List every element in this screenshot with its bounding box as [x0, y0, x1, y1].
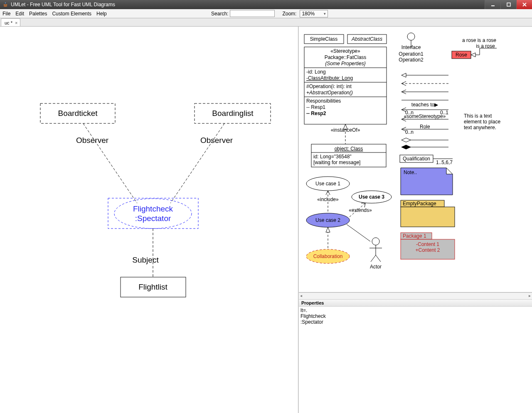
- tabs-row: uc * ×: [0, 18, 532, 27]
- svg-text:EmptyPackage: EmptyPackage: [403, 201, 436, 206]
- boardticket-label: Boardticket: [58, 109, 98, 118]
- palette-scrollbar-h[interactable]: [299, 293, 532, 299]
- svg-text:Use case 3: Use case 3: [359, 194, 384, 200]
- flightcheck-line1: Flightcheck: [133, 204, 173, 213]
- svg-text:-- Resp2: -- Resp2: [306, 111, 326, 116]
- menu-file[interactable]: File: [0, 11, 13, 17]
- flightcheck-line2: :Spectator: [135, 214, 171, 223]
- svg-text:«extends»: «extends»: [349, 207, 372, 213]
- svg-text:Qualification: Qualification: [403, 156, 430, 162]
- java-icon: [2, 1, 9, 8]
- svg-text:-ClassAttribute: Long: -ClassAttribute: Long: [306, 75, 353, 81]
- svg-text:#Operation(i: int): int: #Operation(i: int): int: [306, 84, 352, 89]
- flightlist-label: Flightlist: [138, 283, 167, 291]
- subject-label: Subject: [132, 256, 159, 264]
- svg-marker-70: [326, 227, 330, 232]
- properties-textarea[interactable]: [299, 307, 532, 413]
- boardinglist-label: Boardinglist: [212, 109, 254, 118]
- svg-text:«someStereotype»: «someStereotype»: [404, 113, 446, 119]
- tab-uc[interactable]: uc * ×: [1, 18, 20, 26]
- svg-point-73: [372, 238, 379, 245]
- connector-boardinglist-flightcheck[interactable]: [170, 123, 224, 203]
- menu-custom-elements[interactable]: Custom Elements: [49, 11, 94, 17]
- svg-text:object: Class: object: Class: [335, 146, 363, 152]
- svg-text:Operation1: Operation1: [399, 51, 424, 57]
- svg-text:Operation2: Operation2: [399, 57, 424, 63]
- properties-header: Properties: [299, 299, 532, 307]
- search-label: Search:: [211, 11, 228, 17]
- minimize-button[interactable]: [485, 0, 500, 9]
- title-bar: UMLet - Free UML Tool for Fast UML Diagr…: [0, 0, 532, 9]
- element-flightcheck-box[interactable]: [108, 198, 198, 229]
- svg-text:Use case 2: Use case 2: [315, 217, 340, 223]
- svg-text:Collaboration: Collaboration: [313, 253, 343, 259]
- connector-boardticket-flightcheck[interactable]: [83, 123, 137, 203]
- palette-actor[interactable]: [369, 238, 382, 262]
- svg-text:Package 1: Package 1: [403, 233, 426, 239]
- svg-line-77: [376, 255, 381, 262]
- palette-arrows[interactable]: teaches to▶ 0..n 0..1 «someStereotype» 0…: [401, 73, 448, 149]
- svg-text:Interface: Interface: [401, 44, 421, 50]
- close-button[interactable]: [516, 0, 532, 9]
- svg-text:0..n: 0..n: [405, 129, 414, 135]
- svg-text:Package::FatClass: Package::FatClass: [325, 54, 367, 60]
- svg-marker-42: [401, 138, 411, 142]
- zoom-label: Zoom:: [282, 11, 296, 17]
- svg-text:AbstractClass: AbstractClass: [351, 36, 382, 42]
- svg-text:Responsibilities: Responsibilities: [306, 98, 341, 104]
- svg-marker-28: [401, 73, 406, 77]
- palette-panel[interactable]: SimpleClass AbstractClass Interface Oper…: [299, 27, 532, 293]
- svg-text:a rose is a rose: a rose is a rose: [462, 37, 496, 43]
- menu-palettes[interactable]: Palettes: [27, 11, 49, 17]
- svg-line-72: [347, 224, 370, 241]
- palette-interface-icon[interactable]: [407, 33, 415, 40]
- svg-text:Use case 1: Use case 1: [315, 181, 340, 187]
- search-input[interactable]: [230, 10, 275, 17]
- svg-text:1..5,6,7: 1..5,6,7: [436, 160, 453, 165]
- svg-text:-- Resp1: -- Resp1: [306, 104, 325, 110]
- svg-text:-id: Long: -id: Long: [306, 69, 326, 75]
- svg-marker-44: [401, 145, 411, 149]
- svg-text:«include»: «include»: [317, 197, 339, 202]
- menu-bar: File Edit Palettes Custom Elements Help …: [0, 9, 532, 18]
- palette-emptypackage[interactable]: [401, 207, 455, 227]
- observer-label-1: Observer: [76, 136, 109, 145]
- observer-label-2: Observer: [200, 136, 233, 145]
- svg-text:+Content 2: +Content 2: [415, 247, 440, 253]
- svg-text:«instanceOf»: «instanceOf»: [331, 127, 360, 133]
- menu-help[interactable]: Help: [94, 11, 109, 17]
- svg-text:SimpleClass: SimpleClass: [310, 36, 338, 42]
- tab-close-icon[interactable]: ×: [15, 20, 17, 25]
- svg-line-76: [371, 255, 376, 262]
- svg-text:Role: Role: [420, 124, 430, 130]
- svg-rect-1: [507, 3, 510, 6]
- zoom-value: 180%: [302, 11, 315, 17]
- palette-text-element[interactable]: This is a text element to place text any…: [464, 113, 503, 130]
- svg-text:{Some Properties}: {Some Properties}: [325, 61, 365, 66]
- maximize-button[interactable]: [500, 0, 516, 9]
- diagram-canvas[interactable]: Boardticket Boardinglist Observer Observ…: [0, 27, 298, 413]
- tab-label: uc *: [5, 20, 12, 25]
- svg-text:+AbstractOperation(): +AbstractOperation(): [306, 90, 353, 96]
- svg-text:-Content 1: -Content 1: [416, 241, 439, 247]
- menu-edit[interactable]: Edit: [13, 11, 27, 17]
- svg-marker-13: [471, 53, 475, 57]
- svg-text:[waiting for message]: [waiting for message]: [313, 160, 360, 165]
- svg-text:«Stereotype»: «Stereotype»: [330, 48, 360, 54]
- svg-text:Rose: Rose: [456, 52, 467, 58]
- svg-text:id: Long="36548": id: Long="36548": [313, 154, 352, 160]
- svg-text:teaches to▶: teaches to▶: [411, 102, 438, 108]
- svg-text:Actor: Actor: [370, 264, 382, 270]
- zoom-select[interactable]: 180%: [300, 10, 328, 17]
- element-flightcheck-ellipse[interactable]: [114, 199, 192, 229]
- svg-text:Note..: Note..: [404, 170, 417, 175]
- window-title: UMLet - Free UML Tool for Fast UML Diagr…: [11, 2, 115, 7]
